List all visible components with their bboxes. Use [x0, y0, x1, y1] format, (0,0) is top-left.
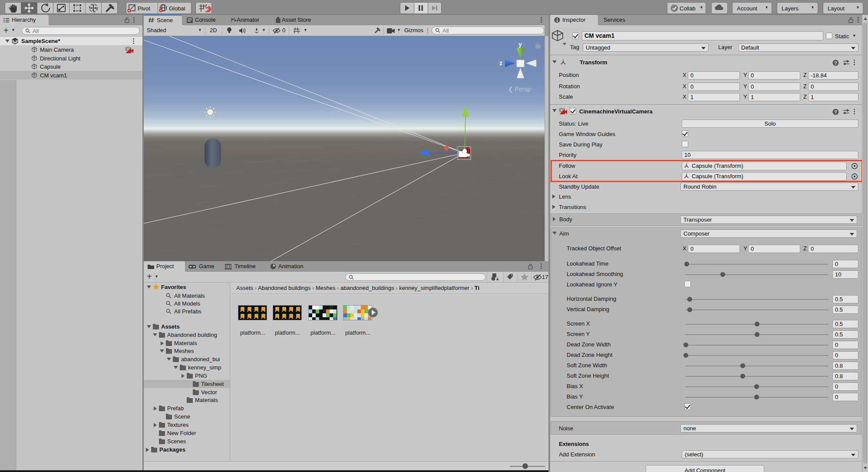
svg-text:y: y: [518, 41, 522, 48]
svg-text:❮ Persp: ❮ Persp: [508, 86, 531, 93]
svg-text:?: ?: [834, 60, 837, 66]
svg-text:z: z: [499, 60, 502, 66]
svg-text:?: ?: [834, 110, 837, 115]
